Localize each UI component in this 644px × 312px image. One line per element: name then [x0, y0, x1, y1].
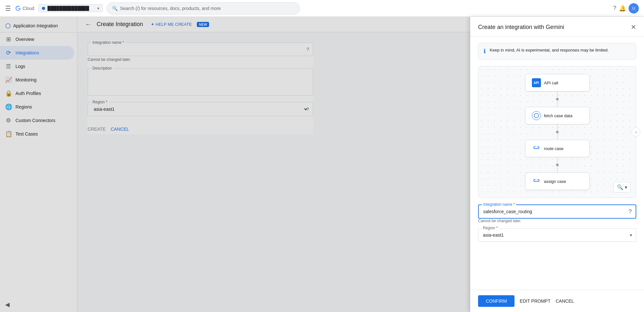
line-6 [557, 166, 558, 173]
sidebar-item-test-cases[interactable]: 📋 Test Cases [0, 127, 74, 141]
sparkle-icon: ✦ [151, 22, 154, 27]
help-icon[interactable]: ? [613, 5, 616, 12]
help-me-create-button[interactable]: ✦ HELP ME CREATE [151, 22, 192, 27]
region-select-wrapper: Region * asia-east1 us-central1 us-east1… [88, 102, 313, 116]
cloud-text: Cloud [23, 6, 34, 11]
panel-integration-name-field: Integration name * ? Cannot be changed l… [478, 204, 636, 223]
panel-integration-name-label: Integration name * [482, 202, 516, 207]
sidebar-item-regions[interactable]: 🌐 Regions [0, 100, 74, 114]
line-3 [557, 124, 558, 131]
region-help-icon[interactable]: ? [306, 107, 309, 112]
sidebar-item-integrations[interactable]: ⟳ Integrations [0, 46, 74, 60]
flow-node-assign-case: assign case [525, 173, 590, 190]
sidebar-item-label-overview: Overview [15, 37, 34, 42]
auth-icon: 🔒 [5, 90, 12, 97]
line-2 [557, 100, 558, 107]
integration-name-help-icon[interactable]: ? [306, 47, 309, 52]
new-badge: NEW [197, 22, 209, 27]
integration-name-label: Integration name * [91, 40, 125, 45]
dot-3 [556, 164, 559, 166]
route-icon [532, 144, 541, 153]
search-bar[interactable]: 🔍 Search (/) for resources, docs, produc… [107, 2, 300, 14]
top-bar-right: ? 🔔 U [613, 3, 639, 14]
panel-region-select[interactable]: asia-east1 us-central1 us-east1 europe-w… [483, 232, 631, 238]
form-actions: CREATE CANCEL [88, 124, 313, 134]
search-icon: 🔍 [112, 6, 118, 11]
create-button[interactable]: CREATE [88, 124, 106, 134]
logs-icon: ☰ [5, 63, 12, 70]
overview-icon: ⊞ [5, 36, 12, 43]
sidebar-item-logs[interactable]: ☰ Logs [0, 60, 74, 73]
avatar[interactable]: U [629, 3, 639, 14]
regions-icon: 🌐 [5, 103, 12, 110]
top-bar: ☰ Cloud ██████████████ ▾ 🔍 Search (/) fo… [0, 0, 644, 17]
sidebar: ⬡ Application Integration ⊞ Overview ⟳ I… [0, 17, 77, 312]
panel-help-icon[interactable]: ? [629, 208, 632, 215]
line-1 [557, 91, 558, 98]
panel-cancel-button[interactable]: CANCEL [556, 295, 574, 307]
required-marker: * [122, 40, 124, 45]
region-select-arrow-icon: ▾ [630, 232, 632, 238]
assign-icon [532, 177, 541, 186]
region-select[interactable]: asia-east1 us-central1 us-east1 europe-w… [92, 106, 308, 112]
sidebar-item-label-auth: Auth Profiles [15, 91, 41, 96]
api-icon: API [532, 78, 541, 87]
edit-prompt-button[interactable]: EDIT PROMPT [520, 295, 550, 307]
zoom-arrow: ▾ [625, 184, 627, 190]
back-button[interactable]: ← [85, 21, 91, 28]
zoom-button[interactable]: 🔍 ▾ [613, 182, 631, 193]
panel-region-wrapper: Region * asia-east1 us-central1 us-east1… [478, 228, 636, 242]
integration-name-input-wrapper: Integration name * ? [88, 43, 313, 56]
monitoring-icon: 📈 [5, 76, 12, 83]
sidebar-item-monitoring[interactable]: 📈 Monitoring [0, 73, 74, 87]
sidebar-header: ⬡ Application Integration [0, 17, 77, 33]
sidebar-item-custom-connectors[interactable]: ⚙ Custom Connectors [0, 114, 74, 127]
route-case-label: route case [544, 146, 564, 151]
assign-case-label: assign case [544, 179, 566, 184]
notifications-icon[interactable]: 🔔 [619, 5, 626, 12]
description-input-wrapper: Description [88, 68, 313, 96]
panel-name-hint: Cannot be changed later. [478, 219, 636, 223]
google-cloud-logo: Cloud [15, 5, 34, 12]
panel-form: Integration name * ? Cannot be changed l… [478, 204, 636, 242]
integration-name-field: Integration name * ? Cannot be changed l… [88, 43, 313, 62]
sidebar-item-auth-profiles[interactable]: 🔒 Auth Profiles [0, 87, 74, 100]
page-title: Create Integration [97, 21, 143, 28]
cancel-button[interactable]: CANCEL [111, 124, 129, 134]
panel-close-button[interactable]: ✕ [631, 23, 636, 31]
google-icon [15, 5, 21, 12]
gemini-panel: Create an integration with Gemini ✕ ℹ Ke… [470, 17, 644, 312]
description-label: Description [91, 66, 113, 71]
panel-required-marker: * [513, 202, 515, 207]
sidebar-item-label-connectors: Custom Connectors [15, 118, 55, 123]
dot-2 [556, 131, 559, 133]
panel-integration-name-input[interactable] [483, 209, 624, 214]
flow-expand-button[interactable]: › [631, 128, 640, 137]
sidebar-collapse-button[interactable]: ◀ [0, 297, 77, 312]
flow-diagram: API API call fetch case data [478, 66, 636, 198]
project-arrow-icon: ▾ [97, 6, 99, 11]
confirm-button[interactable]: CONFIRM [478, 295, 514, 307]
project-name: ██████████████ [48, 6, 95, 11]
integration-name-input[interactable] [92, 47, 308, 52]
sidebar-item-label-test-cases: Test Cases [15, 131, 38, 137]
info-banner: ℹ Keep in mind, AI is experimental, and … [478, 43, 636, 60]
panel-footer: CONFIRM EDIT PROMPT CANCEL [470, 290, 644, 312]
form-card: Integration name * ? Cannot be changed l… [88, 43, 313, 134]
flow-nodes: API API call fetch case data [486, 74, 628, 190]
menu-icon[interactable]: ☰ [5, 5, 11, 12]
dot-1 [556, 98, 559, 100]
panel-title: Create an integration with Gemini [478, 24, 564, 31]
panel-integration-name-wrapper: Integration name * ? [478, 204, 636, 219]
description-textarea[interactable] [92, 71, 308, 90]
zoom-icon: 🔍 [617, 184, 623, 190]
sidebar-item-overview[interactable]: ⊞ Overview [0, 33, 74, 46]
line-5 [557, 157, 558, 164]
project-selector[interactable]: ██████████████ ▾ [38, 4, 103, 12]
panel-region-label: Region * [482, 226, 499, 230]
panel-body: ℹ Keep in mind, AI is experimental, and … [470, 36, 644, 290]
sidebar-nav: ⊞ Overview ⟳ Integrations ☰ Logs 📈 Monit… [0, 33, 77, 141]
test-cases-icon: 📋 [5, 130, 12, 137]
region-select-container: asia-east1 us-central1 us-east1 europe-w… [92, 106, 308, 112]
sidebar-item-label-integrations: Integrations [15, 50, 39, 55]
